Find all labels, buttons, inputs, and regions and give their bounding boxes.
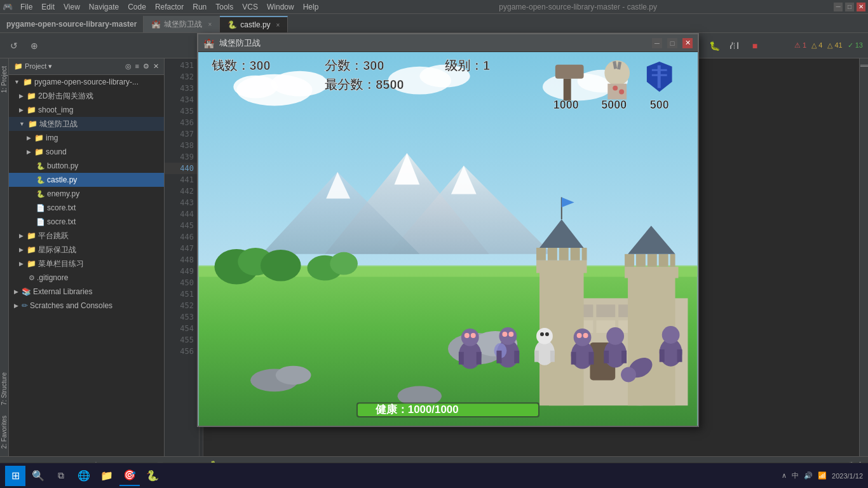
maximize-button[interactable]: □ [845, 3, 854, 11]
svg-rect-40 [536, 261, 587, 273]
score-txt-label: score.txt [47, 203, 76, 212]
tree-socre-txt[interactable]: 📄 socre.txt [9, 215, 164, 229]
svg-text:分数：300: 分数：300 [324, 58, 384, 72]
stop-button[interactable]: ■ [746, 37, 764, 55]
svg-point-61 [471, 333, 476, 338]
minimize-button[interactable]: ─ [834, 3, 843, 11]
svg-point-98 [619, 90, 624, 95]
menu-navigate[interactable]: Navigate [85, 1, 123, 13]
tree-enemy-py[interactable]: 🐍 enemy.py [9, 187, 164, 201]
tab-icon-castle-game: 🏰 [151, 20, 161, 29]
error-counts: ⚠ 1 △ 4 △ 41 ✓ 13 [794, 41, 863, 50]
svg-text:健康：1000/1000: 健康：1000/1000 [375, 403, 459, 416]
menu-tools[interactable]: Tools [212, 1, 237, 13]
game-titlebar: 🏰 城堡防卫战 ─ □ ✕ [198, 34, 698, 52]
svg-rect-91 [660, 349, 665, 362]
tree-sound[interactable]: ▶ 📁 sound [9, 145, 164, 159]
menu-view[interactable]: View [60, 1, 84, 13]
castle-folder-label: 城堡防卫战 [39, 119, 78, 130]
structure-vtab[interactable]: 7: Structure [0, 367, 9, 410]
img-arrow: ▶ [27, 135, 31, 141]
search-button[interactable]: 🔍 [28, 466, 48, 486]
right-vtab[interactable]: ║ [859, 58, 868, 73]
tree-scratches[interactable]: ▶ ✏ Scratches and Consoles [9, 299, 164, 313]
svg-text:1000: 1000 [553, 98, 579, 111]
tree-extlib[interactable]: ▶ 📚 External Libraries [9, 285, 164, 299]
close-button[interactable]: ✕ [857, 3, 865, 11]
menu-help[interactable]: Help [299, 1, 323, 13]
start-button[interactable]: ⊞ [5, 466, 25, 486]
ok-count: ✓ 13 [848, 41, 863, 50]
tab-bar: pygame-open-source-library-master 🏰 城堡防卫… [0, 14, 868, 33]
svg-rect-55 [670, 254, 675, 267]
svg-rect-42 [548, 248, 557, 261]
tree-shoot[interactable]: ▶ 📁 shoot_img [9, 103, 164, 117]
tree-castle-py[interactable]: 🐍 castle.py [9, 173, 164, 187]
menu-run[interactable]: Run [189, 1, 210, 13]
tree-img[interactable]: ▶ 📁 img [9, 131, 164, 145]
tree-platform[interactable]: ▶ 📁 平台跳跃 [9, 229, 164, 243]
sound-arrow: ▶ [27, 149, 31, 155]
svg-rect-104 [658, 65, 661, 88]
tab-castle-py[interactable]: 🐍 castle.py × [220, 16, 288, 32]
taskview-button[interactable]: ⧉ [51, 466, 71, 486]
svg-rect-51 [625, 254, 634, 267]
coverage-button[interactable]: ⛙ [726, 37, 743, 55]
tab-close-castle-game[interactable]: × [208, 21, 212, 28]
project-vtab[interactable]: 1: Project [0, 61, 9, 98]
tree-button-py[interactable]: 🐍 button.py [9, 159, 164, 173]
sidebar-header: 📁 Project ▾ ◎ ≡ ⚙ ✕ [9, 58, 164, 75]
svg-point-2 [271, 71, 328, 97]
menu-window[interactable]: Window [263, 1, 298, 13]
svg-rect-76 [550, 351, 555, 362]
add-config-button[interactable]: ⊕ [25, 37, 43, 55]
svg-point-59 [461, 329, 479, 346]
locate-icon[interactable]: ◎ [125, 62, 132, 71]
taskbar-python[interactable]: 🐍 [142, 466, 163, 486]
svg-point-84 [606, 327, 624, 345]
line-numbers: 431 432 433 434 435 436 437 438 439 440 … [165, 58, 200, 456]
game-maximize-button[interactable]: □ [667, 38, 677, 48]
menu-refactor[interactable]: Refactor [151, 1, 187, 13]
game-minimize-button[interactable]: ─ [652, 38, 662, 48]
taskbar-keyboard: 中 [792, 471, 799, 480]
taskbar-explorer[interactable]: 📁 [97, 466, 117, 486]
tree-star[interactable]: ▶ 📁 星际保卫战 [9, 243, 164, 257]
favorites-vtab[interactable]: 2: Favorites [0, 410, 9, 454]
tree-root[interactable]: ▼ 📁 pygame-open-source-library-... [9, 75, 164, 89]
svg-rect-82 [588, 352, 593, 365]
menu-file[interactable]: File [17, 1, 36, 13]
tree-menu[interactable]: ▶ 📁 菜单栏目练习 [9, 257, 164, 271]
menu-edit[interactable]: Edit [37, 1, 58, 13]
svg-rect-94 [564, 79, 571, 101]
star-label: 星际保卫战 [38, 245, 76, 255]
menu-vcs[interactable]: VCS [238, 1, 262, 13]
shoot-arrow: ▶ [19, 107, 24, 113]
svg-point-66 [502, 332, 507, 337]
root-arrow: ▼ [14, 79, 20, 85]
taskbar-edge[interactable]: 🌐 [74, 466, 94, 486]
tab-close-castle-py[interactable]: × [276, 22, 280, 29]
tab-castle-game[interactable]: 🏰 城堡防卫战 × [144, 16, 220, 32]
tree-castle-folder[interactable]: ▼ 📁 城堡防卫战 [9, 117, 164, 131]
svg-text:最分数：8500: 最分数：8500 [325, 78, 403, 92]
sound-label: sound [46, 147, 67, 156]
svg-point-72 [536, 328, 553, 344]
svg-point-97 [613, 86, 618, 91]
tree-score-txt[interactable]: 📄 score.txt [9, 201, 164, 215]
settings-icon[interactable]: ⚙ [143, 62, 149, 71]
menu-code[interactable]: Code [124, 1, 150, 13]
enemy-py-icon: 🐍 [36, 190, 45, 198]
close-sidebar-icon[interactable]: ✕ [153, 62, 159, 71]
tree-gitignore[interactable]: ⚙ .gitignore [9, 271, 164, 285]
app-icon: 🎮 [3, 2, 13, 11]
taskbar-pycharm[interactable]: 🎯 [119, 466, 140, 486]
debug-button[interactable]: 🐛 [705, 37, 723, 55]
2d-folder-icon: 📁 [27, 92, 36, 100]
tree-2d[interactable]: ▶ 📁 2D射击闯关游戏 [9, 89, 164, 103]
refresh-button[interactable]: ↺ [5, 37, 23, 55]
game-title-icon: 🏰 [203, 38, 214, 48]
svg-rect-63 [477, 352, 482, 365]
game-close-button[interactable]: ✕ [682, 38, 693, 48]
collapse-icon[interactable]: ≡ [135, 62, 139, 71]
